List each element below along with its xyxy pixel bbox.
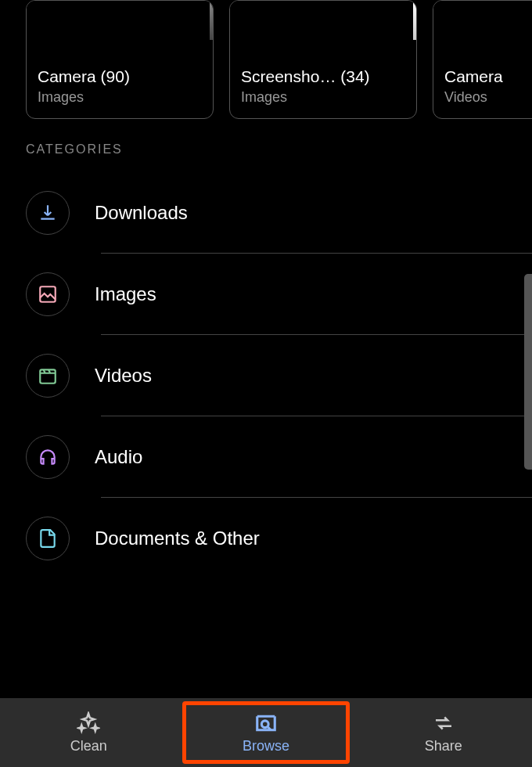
nav-share[interactable]: Share bbox=[354, 698, 532, 767]
category-label: Documents & Other bbox=[95, 528, 260, 549]
scroll-indicator[interactable] bbox=[524, 274, 532, 470]
download-icon bbox=[26, 191, 70, 235]
folder-preview bbox=[27, 1, 213, 59]
folder-subtitle: Videos bbox=[444, 89, 532, 106]
folder-preview bbox=[230, 1, 416, 59]
folder-subtitle: Images bbox=[241, 89, 405, 106]
category-documents[interactable]: Documents & Other bbox=[26, 498, 506, 579]
folder-preview bbox=[433, 1, 532, 59]
nav-label: Clean bbox=[70, 738, 107, 754]
category-label: Audio bbox=[95, 446, 142, 468]
nav-browse[interactable]: Browse bbox=[178, 698, 355, 767]
highlight-box bbox=[182, 701, 350, 764]
folder-title: Screensho… (34) bbox=[241, 67, 405, 86]
document-icon bbox=[26, 517, 70, 560]
folder-title: Camera bbox=[444, 67, 532, 86]
category-label: Images bbox=[95, 283, 156, 305]
categories-list: Downloads Images Videos Audio bbox=[0, 172, 532, 579]
image-icon bbox=[26, 272, 70, 316]
category-audio[interactable]: Audio bbox=[26, 416, 506, 498]
category-downloads[interactable]: Downloads bbox=[26, 172, 506, 254]
svg-rect-1 bbox=[40, 369, 56, 383]
categories-header: CATEGORIES bbox=[0, 119, 532, 172]
video-icon bbox=[26, 354, 70, 398]
category-images[interactable]: Images bbox=[26, 254, 506, 335]
folder-cards-row: Camera (90) Images Screensho… (34) Image… bbox=[0, 0, 532, 119]
nav-label: Share bbox=[425, 738, 462, 754]
sparkle-icon bbox=[77, 711, 100, 735]
share-icon bbox=[432, 711, 455, 735]
nav-clean[interactable]: Clean bbox=[0, 698, 178, 767]
folder-subtitle: Images bbox=[38, 89, 202, 106]
folder-card-camera-images[interactable]: Camera (90) Images bbox=[26, 0, 214, 119]
audio-icon bbox=[26, 435, 70, 479]
folder-card-camera-videos[interactable]: Camera Videos bbox=[433, 0, 532, 119]
category-label: Videos bbox=[95, 365, 152, 387]
category-videos[interactable]: Videos bbox=[26, 335, 506, 416]
folder-card-screenshots[interactable]: Screensho… (34) Images bbox=[229, 0, 417, 119]
folder-title: Camera (90) bbox=[38, 67, 202, 86]
bottom-nav: Clean Browse Share bbox=[0, 698, 532, 767]
category-label: Downloads bbox=[95, 202, 188, 224]
